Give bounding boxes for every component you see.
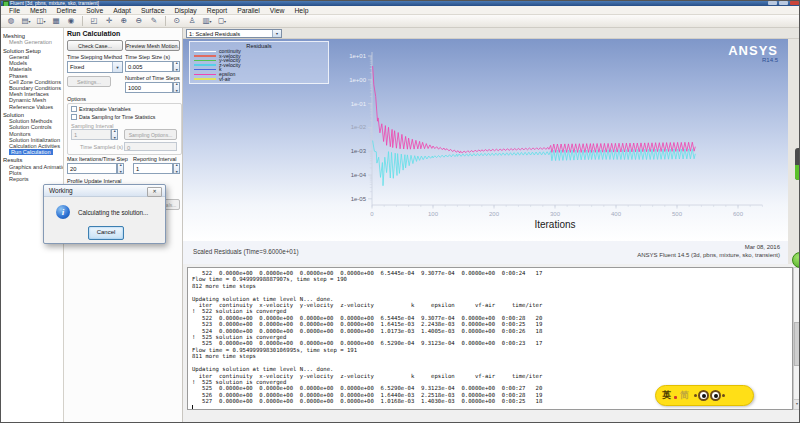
minimize-button[interactable]	[768, 1, 777, 5]
max-iterations-input[interactable]: 20	[67, 163, 117, 174]
legend-swatch	[194, 64, 216, 65]
x-tick-label: 600	[733, 211, 744, 217]
ime-english-toggle[interactable]: 英	[662, 389, 671, 402]
chart-caption: Scaled Residuals (Time=9.6000e+01) Mar 0…	[183, 241, 788, 264]
number-of-time-steps-label: Number of Time Steps	[125, 75, 180, 81]
working-dialog: Working ✕ i Calculating the solution... …	[43, 184, 166, 244]
save-icon[interactable]: ◫▾	[34, 15, 48, 28]
scroll-down-arrow-icon[interactable]: ▼	[794, 399, 800, 409]
tree-item-reference-values[interactable]: Reference Values	[1, 104, 63, 110]
notes-icon[interactable]: ▥▾	[200, 15, 214, 28]
chevron-down-icon[interactable]: ▼	[112, 62, 122, 72]
pan-icon[interactable]: ✛	[102, 15, 116, 28]
ime-toolbar[interactable]: 英 简	[655, 385, 754, 406]
x-tick-label: 200	[489, 211, 500, 217]
console-scrollbar[interactable]: ▼	[793, 267, 800, 410]
fit-view-icon[interactable]: ◰	[87, 15, 101, 28]
menu-item-adapt[interactable]: Adapt	[108, 6, 136, 15]
profile-icon[interactable]: ♙	[185, 15, 199, 28]
time-step-size-spinner[interactable]	[173, 61, 180, 72]
caption-title: Scaled Residuals (Time=9.6000e+01)	[193, 248, 298, 255]
reporting-interval-input[interactable]: 1	[133, 163, 173, 174]
panel-title: Run Calculation	[67, 30, 120, 37]
y-tick-label: 1e-01	[351, 101, 367, 107]
cancel-button[interactable]: Cancel	[88, 226, 124, 240]
scrollbar-thumb[interactable]	[794, 322, 800, 366]
graphics-window-selector[interactable]: 1: Scaled Residuals ▼	[186, 29, 282, 38]
series-epsilon	[373, 66, 696, 153]
legend-label: vf-air	[219, 77, 231, 82]
session-icon[interactable]: ◍	[4, 15, 18, 28]
menu-item-report[interactable]: Report	[202, 6, 232, 15]
max-iterations-spinner[interactable]	[117, 163, 124, 174]
caption-app: ANSYS Fluent 14.5 (3d, pbns, mixture, sk…	[637, 251, 780, 259]
menu-item-file[interactable]: File	[4, 6, 25, 15]
sampling-options-button[interactable]: Sampling Options...	[124, 129, 177, 140]
time-stepping-method-select[interactable]: Fixed ▼	[67, 61, 123, 73]
menu-item-help[interactable]: Help	[289, 6, 313, 15]
x-axis-title: Iterations	[534, 219, 575, 230]
menu-item-surface[interactable]: Surface	[136, 6, 169, 15]
y-tick-label: 1e-04	[351, 172, 367, 178]
reporting-interval-spinner[interactable]	[173, 163, 180, 174]
menu-item-parallel[interactable]: Parallel	[232, 6, 265, 15]
chevron-down-icon[interactable]: ▼	[272, 30, 281, 37]
settings-button[interactable]: Settings...	[67, 76, 111, 87]
open-folder-icon[interactable]: ▤▾	[19, 15, 33, 28]
x-tick-label: 300	[550, 211, 561, 217]
legend-swatch	[194, 60, 216, 61]
menu-item-view[interactable]: View	[265, 6, 290, 15]
number-of-time-steps-spinner[interactable]	[173, 82, 180, 93]
residuals-chart: 1e+011e+001e-011e-021e-031e-041e-0501002…	[183, 39, 788, 241]
preview-mesh-motion-button[interactable]: Preview Mesh Motion...	[125, 40, 180, 51]
sampling-interval-input[interactable]: 1	[71, 129, 111, 140]
info-icon: i	[56, 205, 70, 219]
tree-item-mesh-generation[interactable]: Mesh Generation	[1, 39, 63, 45]
check-case-button[interactable]: Check Case...	[67, 40, 123, 51]
x-tick-label: 400	[611, 211, 622, 217]
menu-item-display[interactable]: Display	[169, 6, 201, 15]
time-sampled-label: Time Sampled (s)	[80, 144, 123, 150]
legend-swatch	[194, 51, 216, 52]
extrapolate-variables-checkbox[interactable]	[71, 106, 77, 112]
print-icon[interactable]: ▦	[49, 15, 63, 28]
x-tick-label: 500	[672, 211, 683, 217]
ime-simplified-toggle[interactable]: 简	[680, 389, 689, 402]
ime-tick-icon	[674, 396, 677, 399]
dialog-close-icon[interactable]: ✕	[147, 187, 162, 197]
zoom-in-icon[interactable]: ⊕	[117, 15, 131, 28]
sampling-interval-spinner[interactable]	[111, 129, 118, 140]
zoom-data-icon[interactable]: ⊙	[170, 15, 184, 28]
close-button[interactable]	[790, 1, 799, 5]
time-stepping-method-label: Time Stepping Method	[67, 54, 122, 60]
globe-icon[interactable]: ◉	[64, 15, 78, 28]
toolbar: ◍▤▾◫▾▦◉◰✛⊕⊖✎⊙♙▥▾◻▾	[1, 15, 800, 28]
data-sampling-checkbox[interactable]	[71, 114, 77, 120]
legend-swatch	[194, 78, 216, 79]
probe-pencil-icon[interactable]: ✎	[147, 15, 161, 28]
menu-item-define[interactable]: Define	[52, 6, 82, 15]
y-tick-label: 1e-02	[351, 124, 367, 130]
menu-item-solve[interactable]: Solve	[81, 6, 108, 15]
legend-entry-vf-air: vf-air	[190, 77, 328, 82]
menu-item-mesh[interactable]: Mesh	[25, 6, 52, 15]
graphics-tab-strip: 1: Scaled Residuals ▼	[183, 28, 800, 39]
tree-item-reports[interactable]: Reports	[1, 176, 63, 182]
dialog-title-bar[interactable]: Working ✕	[44, 185, 165, 197]
window-icon[interactable]: ◻▾	[215, 15, 229, 28]
green-floating-widget[interactable]	[792, 252, 800, 268]
legend-swatch	[194, 74, 216, 75]
edge-widget[interactable]	[795, 148, 800, 180]
ime-mascot-icon	[694, 390, 725, 401]
zoom-out-icon[interactable]: ⊖	[132, 15, 146, 28]
tree-item-run-calculation[interactable]: Run Calculation	[1, 149, 63, 155]
time-sampled-input[interactable]: 0	[124, 142, 177, 151]
legend-swatch	[194, 55, 216, 56]
number-of-time-steps-input[interactable]: 1000	[125, 82, 173, 93]
x-tick-label: 0	[370, 211, 374, 217]
y-tick-label: 1e-03	[351, 148, 367, 154]
text-cursor	[192, 405, 193, 410]
time-step-size-label: Time Step Size (s)	[125, 54, 170, 60]
maximize-button[interactable]	[779, 1, 788, 5]
time-step-size-input[interactable]: 0.005	[125, 61, 173, 72]
